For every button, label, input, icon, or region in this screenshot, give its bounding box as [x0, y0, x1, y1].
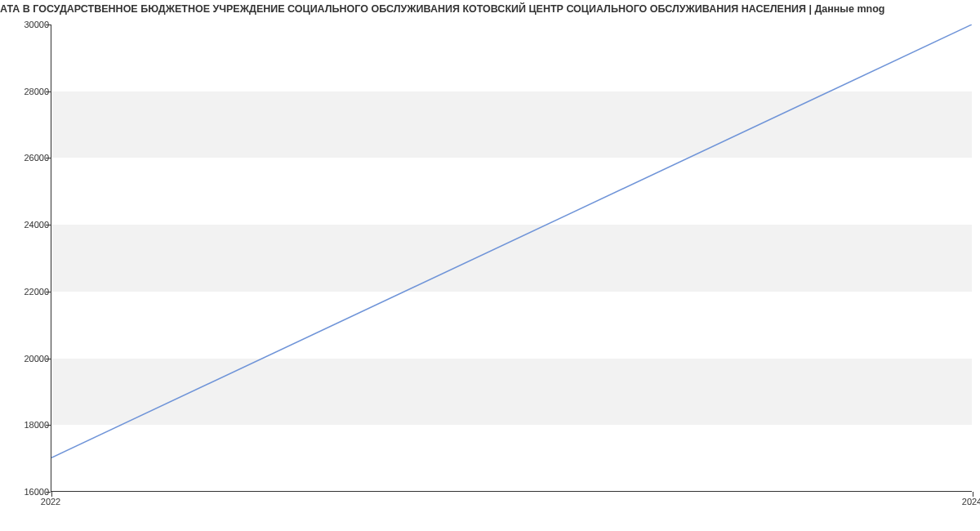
y-tick-label: 26000	[24, 153, 49, 163]
chart-container: 1600018000200002200024000260002800030000…	[0, 18, 980, 529]
y-tick-label: 28000	[24, 87, 49, 96]
grid-band	[51, 91, 972, 158]
x-tick-label: 2022	[41, 497, 60, 506]
y-tick-label: 18000	[24, 420, 49, 430]
plot-area	[51, 25, 972, 492]
y-tick-label: 22000	[24, 287, 49, 297]
y-tick-label: 24000	[24, 220, 49, 230]
y-tick-label: 30000	[24, 20, 49, 29]
chart-title: АТА В ГОСУДАРСТВЕННОЕ БЮДЖЕТНОЕ УЧРЕЖДЕН…	[0, 0, 980, 18]
grid-band	[51, 359, 972, 426]
y-tick-label: 16000	[24, 487, 49, 497]
y-tick-label: 20000	[24, 354, 49, 364]
grid-band	[51, 225, 972, 292]
x-tick-label: 2024	[962, 497, 980, 506]
